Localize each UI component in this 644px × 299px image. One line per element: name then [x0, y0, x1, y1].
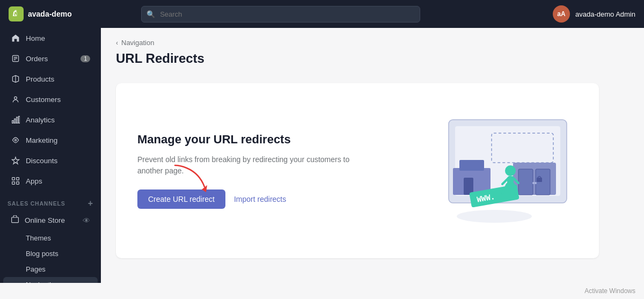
- svg-rect-12: [17, 178, 19, 180]
- topbar: avada-demo 🔍 aA avada-demo Admin: [0, 0, 644, 28]
- empty-state-card: Manage your URL redirects Prevent old li…: [116, 83, 599, 258]
- breadcrumb: ‹ Navigation: [116, 39, 623, 47]
- orders-badge: 1: [80, 55, 90, 62]
- svg-point-5: [14, 97, 17, 99]
- search-icon: 🔍: [147, 10, 155, 18]
- sidebar-label-customers: Customers: [26, 96, 61, 104]
- main-content: ‹ Navigation URL Redirects Manage your U…: [101, 28, 644, 283]
- marketing-icon: [11, 135, 20, 145]
- sidebar-label-themes: Themes: [26, 234, 51, 242]
- svg-rect-29: [537, 178, 542, 182]
- topbar-right: aA avada-demo Admin: [553, 5, 635, 23]
- svg-rect-22: [459, 160, 484, 171]
- svg-rect-7: [14, 119, 16, 123]
- store-logo[interactable]: avada-demo: [9, 6, 72, 21]
- sidebar-item-analytics[interactable]: Analytics: [3, 110, 98, 129]
- breadcrumb-chevron: ‹: [116, 39, 118, 47]
- sidebar-label-orders: Orders: [26, 55, 48, 63]
- add-sales-channel-button[interactable]: +: [88, 199, 93, 208]
- svg-rect-14: [17, 182, 19, 185]
- layout: Home Orders 1 Products Customers: [0, 28, 644, 283]
- eye-icon[interactable]: 👁: [83, 216, 90, 225]
- sidebar-item-products[interactable]: Products: [3, 69, 98, 89]
- orders-icon: [11, 54, 20, 63]
- sidebar-label-home: Home: [26, 34, 45, 42]
- svg-rect-11: [12, 178, 15, 180]
- sidebar-label-apps: Apps: [26, 177, 42, 185]
- discounts-icon: [11, 156, 20, 165]
- online-store-icon: [11, 215, 19, 225]
- avatar[interactable]: aA: [553, 5, 570, 23]
- import-redirects-button[interactable]: Import redirects: [234, 195, 286, 203]
- svg-point-28: [535, 182, 537, 184]
- sales-channels-section: SALES CHANNELS +: [0, 191, 101, 210]
- bottom-bar: Activate Windows: [0, 283, 644, 299]
- svg-point-10: [14, 139, 16, 141]
- svg-rect-9: [19, 116, 20, 123]
- store-name: avada-demo: [28, 10, 72, 18]
- sidebar-item-themes[interactable]: Themes: [3, 230, 98, 246]
- sales-channels-label: SALES CHANNELS: [8, 200, 65, 207]
- sidebar-item-home[interactable]: Home: [3, 28, 98, 48]
- bottom-bar-text: Activate Windows: [584, 287, 635, 295]
- admin-username: avada-demo Admin: [575, 10, 635, 18]
- breadcrumb-link[interactable]: Navigation: [121, 39, 154, 47]
- customers-icon: [11, 94, 20, 104]
- products-icon: [11, 74, 20, 84]
- svg-rect-15: [12, 217, 19, 223]
- sidebar-item-pages[interactable]: Pages: [3, 261, 98, 277]
- page-title: URL Redirects: [116, 51, 623, 66]
- sidebar-label-discounts: Discounts: [26, 157, 57, 165]
- svg-rect-25: [518, 169, 533, 195]
- search-input[interactable]: [141, 6, 420, 23]
- sidebar-label-blog-posts: Blog posts: [26, 250, 58, 258]
- empty-state-text: Manage your URL redirects Prevent old li…: [137, 133, 363, 209]
- online-store-label: Online Store: [25, 216, 65, 224]
- sidebar-item-online-store[interactable]: Online Store 👁: [3, 211, 98, 230]
- svg-point-32: [505, 165, 516, 176]
- sidebar-item-customers[interactable]: Customers: [3, 90, 98, 109]
- sidebar-item-discounts[interactable]: Discounts: [3, 151, 98, 170]
- sidebar-item-marketing[interactable]: Marketing: [3, 130, 98, 150]
- shopify-icon: [9, 6, 24, 21]
- sidebar-label-marketing: Marketing: [26, 136, 57, 144]
- analytics-icon: [11, 115, 20, 125]
- svg-point-38: [457, 210, 532, 223]
- svg-point-27: [532, 182, 535, 184]
- svg-rect-6: [12, 121, 13, 123]
- home-icon: [11, 33, 20, 43]
- sidebar: Home Orders 1 Products Customers: [0, 28, 101, 283]
- sidebar-item-blog-posts[interactable]: Blog posts: [3, 246, 98, 261]
- sidebar-label-pages: Pages: [26, 265, 46, 273]
- svg-rect-13: [12, 182, 15, 185]
- sidebar-item-navigation[interactable]: Navigation: [3, 277, 98, 283]
- illustration: WWW.: [395, 109, 577, 232]
- sidebar-item-apps[interactable]: Apps: [3, 171, 98, 191]
- empty-state-description: Prevent old links from breaking by redir…: [137, 154, 363, 177]
- apps-icon: [11, 176, 20, 186]
- sidebar-label-products: Products: [26, 75, 54, 83]
- svg-rect-8: [17, 117, 18, 123]
- empty-state-heading: Manage your URL redirects: [137, 133, 363, 147]
- content-area: ‹ Navigation URL Redirects Manage your U…: [101, 28, 638, 269]
- search-bar: 🔍: [141, 6, 420, 23]
- create-url-redirect-button[interactable]: Create URL redirect: [137, 189, 225, 209]
- action-row: Create URL redirect Import redirects: [137, 189, 363, 209]
- sidebar-item-orders[interactable]: Orders 1: [3, 49, 98, 68]
- sidebar-label-analytics: Analytics: [26, 116, 55, 124]
